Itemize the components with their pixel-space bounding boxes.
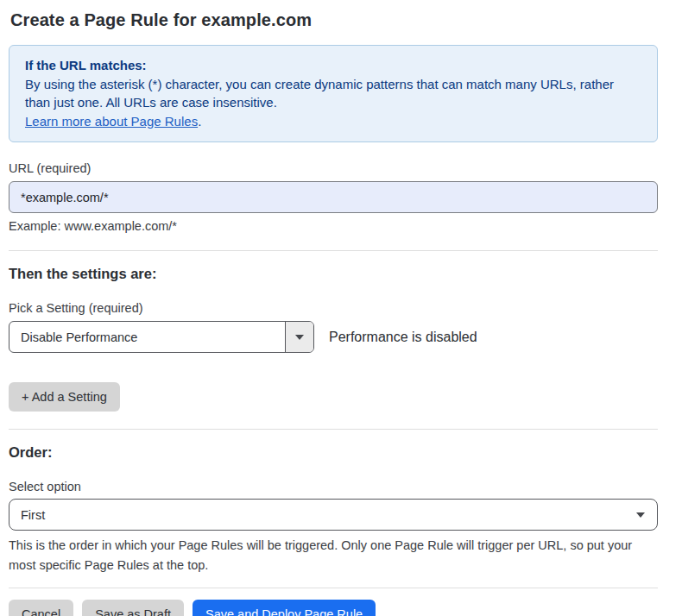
divider-before-footer <box>9 588 658 588</box>
order-select-value: First <box>21 508 45 522</box>
url-example-text: Example: www.example.com/* <box>9 219 658 233</box>
divider-after-settings <box>9 429 658 430</box>
link-period: . <box>198 114 201 129</box>
chevron-down-icon <box>295 335 304 340</box>
order-select-label: Select option <box>9 480 658 493</box>
footer-actions: Cancel Save as Draft Save and Deploy Pag… <box>9 600 658 616</box>
page-title: Create a Page Rule for example.com <box>10 10 658 30</box>
cancel-button[interactable]: Cancel <box>9 600 73 616</box>
setting-select-value: Disable Performance <box>9 322 285 352</box>
chevron-down-icon <box>636 512 645 518</box>
settings-section-heading: Then the settings are: <box>9 266 658 282</box>
info-box-body: By using the asterisk (*) character, you… <box>25 75 641 112</box>
url-matches-info-box: If the URL matches: By using the asteris… <box>9 45 658 142</box>
save-as-draft-button[interactable]: Save as Draft <box>82 600 184 616</box>
order-section-heading: Order: <box>9 444 658 461</box>
info-box-heading: If the URL matches: <box>25 56 641 75</box>
setting-picker-row: Disable Performance Performance is disab… <box>9 321 658 353</box>
setting-select-arrow-button[interactable] <box>285 322 313 352</box>
divider-after-url <box>9 250 658 251</box>
save-and-deploy-button[interactable]: Save and Deploy Page Rule <box>193 600 376 616</box>
info-box-link-line: Learn more about Page Rules. <box>25 112 641 131</box>
order-helper-text: This is the order in which your Page Rul… <box>9 536 652 575</box>
url-field-label: URL (required) <box>9 161 658 175</box>
order-select[interactable]: First <box>9 499 658 531</box>
create-page-rule-form: Create a Page Rule for example.com If th… <box>0 0 682 616</box>
setting-status-text: Performance is disabled <box>329 330 477 345</box>
url-input[interactable] <box>9 181 658 213</box>
pick-setting-label: Pick a Setting (required) <box>9 301 658 315</box>
setting-select[interactable]: Disable Performance <box>9 321 314 353</box>
add-setting-button[interactable]: + Add a Setting <box>9 382 120 412</box>
learn-more-link[interactable]: Learn more about Page Rules <box>25 114 198 129</box>
